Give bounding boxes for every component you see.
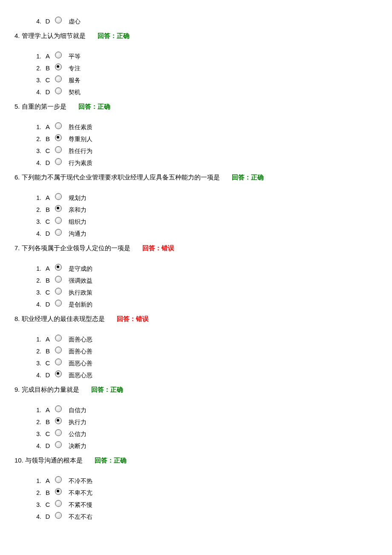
option-letter: C	[43, 75, 52, 85]
question-text: 下列能力不属于现代企业管理要求职业经理人应具备五种能力的一项是	[22, 173, 220, 181]
orphan-option-list: 4. D 虚心	[31, 16, 392, 26]
question-title: 10. 与领导沟通的根本是回答：正确	[14, 455, 392, 465]
question-block: 4. 管理学上认为细节就是回答：正确1.A平等2.B专注3.C服务4.D契机	[14, 31, 392, 97]
option-row: 3.C公信力	[31, 429, 392, 439]
option-number: 1.	[31, 335, 41, 344]
option-text: 自信力	[69, 405, 86, 415]
radio-icon[interactable]	[55, 370, 62, 377]
radio-icon[interactable]	[55, 335, 62, 341]
radio-icon[interactable]	[55, 264, 62, 271]
radio-icon[interactable]	[55, 64, 62, 70]
option-text: 面善心善	[69, 347, 92, 356]
options-list: 1.A胜任素质2.B尊重别人3.C胜任行为4.D行为素质	[31, 122, 392, 168]
option-number: 1.	[31, 193, 41, 202]
option-row: 4. D 虚心	[31, 16, 392, 26]
option-row: 3.C不紧不慢	[31, 500, 392, 510]
option-letter: C	[43, 217, 52, 227]
option-row: 2.B亲和力	[31, 205, 392, 215]
radio-icon[interactable]	[55, 358, 62, 365]
option-text: 规划力	[69, 193, 86, 202]
option-text: 面恶心恶	[69, 370, 92, 380]
radio-icon[interactable]	[55, 75, 62, 82]
radio-icon[interactable]	[55, 158, 62, 165]
option-number: 2.	[31, 488, 41, 497]
radio-icon[interactable]	[55, 405, 62, 412]
option-text: 公信力	[69, 429, 86, 439]
option-text: 是守成的	[69, 264, 92, 273]
option-letter: A	[43, 193, 52, 203]
option-number: 4.	[31, 512, 41, 521]
option-row: 4.D面恶心恶	[31, 370, 392, 380]
option-text: 服务	[69, 75, 81, 85]
option-letter: D	[43, 370, 52, 380]
feedback-label: 回答：正确	[232, 173, 264, 181]
option-number: 4.	[31, 87, 41, 97]
radio-icon[interactable]	[55, 288, 62, 295]
question-block: 9. 完成目标的力量就是回答：正确1.A自信力2.B执行力3.C公信力4.D决断…	[14, 384, 392, 451]
option-letter: C	[43, 287, 52, 298]
radio-icon[interactable]	[55, 276, 62, 283]
question-title: 4. 管理学上认为细节就是回答：正确	[14, 31, 392, 41]
feedback-label: 回答：正确	[95, 457, 127, 464]
option-text: 平等	[69, 52, 81, 61]
option-number: 4.	[31, 229, 41, 238]
question-text: 职业经理人的最佳表现型态是	[22, 315, 105, 322]
option-number: 3.	[31, 217, 41, 226]
option-letter: A	[43, 476, 52, 486]
question-text: 下列各项属于企业领导人定位的一项是	[22, 244, 130, 251]
feedback-label: 回答：错误	[142, 244, 174, 251]
option-text: 是创新的	[69, 300, 92, 309]
feedback-label: 回答：正确	[78, 103, 110, 110]
radio-icon[interactable]	[55, 476, 62, 483]
option-text: 胜任素质	[69, 122, 92, 132]
option-letter: D	[43, 512, 52, 522]
radio-icon[interactable]	[55, 500, 62, 507]
option-letter: D	[43, 87, 52, 97]
option-text: 不紧不慢	[69, 500, 92, 509]
option-row: 2.B面善心善	[31, 346, 392, 356]
radio-icon[interactable]	[55, 347, 62, 353]
option-letter: B	[43, 488, 52, 498]
question-block: 8. 职业经理人的最佳表现型态是回答：错误1.A面善心恶2.B面善心善3.C面恶…	[14, 314, 392, 380]
questions-container: 4. 管理学上认为细节就是回答：正确1.A平等2.B专注3.C服务4.D契机5.…	[14, 31, 392, 522]
option-number: 2.	[31, 417, 41, 427]
option-letter: A	[43, 263, 52, 274]
question-number: 4.	[14, 32, 22, 39]
radio-icon[interactable]	[55, 512, 62, 519]
radio-icon[interactable]	[55, 488, 62, 495]
option-letter: D	[43, 299, 52, 309]
radio-icon[interactable]	[55, 52, 62, 58]
option-number: 2.	[31, 134, 41, 144]
radio-icon[interactable]	[55, 193, 62, 200]
radio-icon[interactable]	[55, 17, 62, 23]
radio-icon[interactable]	[55, 205, 62, 212]
option-row: 1.A自信力	[31, 405, 392, 415]
option-number: 4.	[31, 17, 41, 26]
option-text: 组织力	[69, 217, 86, 226]
question-block: 6. 下列能力不属于现代企业管理要求职业经理人应具备五种能力的一项是回答：正确1…	[14, 172, 392, 239]
question-number: 10.	[14, 457, 25, 464]
option-letter: B	[43, 346, 52, 356]
options-list: 1.A不冷不热2.B不卑不亢3.C不紧不慢4.D不左不右	[31, 476, 392, 522]
radio-icon[interactable]	[55, 429, 62, 436]
question-title: 5. 自重的第一步是回答：正确	[14, 101, 392, 112]
radio-icon[interactable]	[55, 217, 62, 224]
radio-icon[interactable]	[55, 122, 62, 129]
option-text: 执行政策	[69, 288, 92, 297]
radio-icon[interactable]	[55, 441, 62, 448]
option-row: 3.C服务	[31, 75, 392, 85]
option-text: 强调效益	[69, 276, 92, 285]
radio-icon[interactable]	[55, 146, 62, 153]
option-letter: B	[43, 417, 52, 427]
radio-icon[interactable]	[55, 87, 62, 94]
option-number: 3.	[31, 75, 41, 85]
radio-icon[interactable]	[55, 300, 62, 306]
radio-icon[interactable]	[55, 229, 62, 236]
option-row: 2.B执行力	[31, 417, 392, 427]
option-row: 4.D决断力	[31, 441, 392, 451]
option-letter: C	[43, 146, 52, 156]
radio-icon[interactable]	[55, 417, 62, 424]
radio-icon[interactable]	[55, 134, 62, 141]
option-number: 3.	[31, 146, 41, 156]
option-text: 契机	[69, 87, 81, 97]
